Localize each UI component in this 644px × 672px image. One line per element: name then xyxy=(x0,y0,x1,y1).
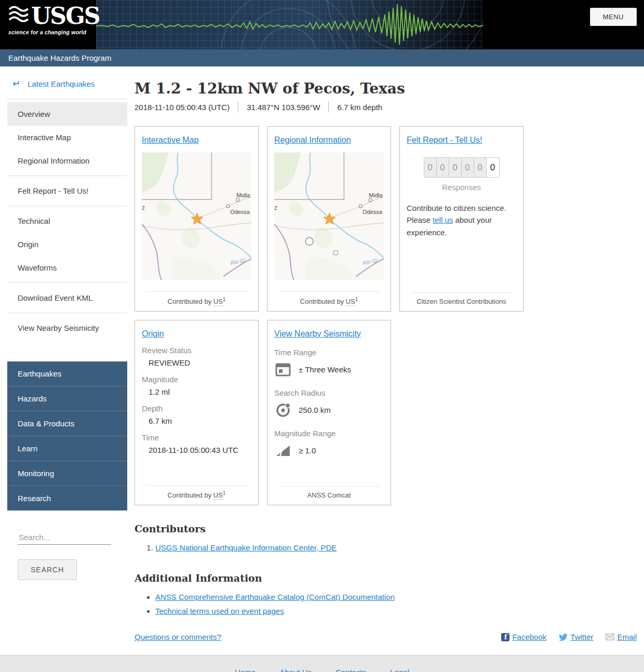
nav-item-earthquakes[interactable]: Earthquakes xyxy=(7,361,127,386)
usgs-wave-icon xyxy=(8,4,29,27)
facebook-link[interactable]: Facebook xyxy=(512,633,546,641)
event-subtitle: 2018-11-10 05:00:43 (UTC) 31.487°N 103.5… xyxy=(135,101,637,113)
sidebar-item-download-kml[interactable]: Download Event KML xyxy=(7,286,127,310)
nav-item-data-products[interactable]: Data & Products xyxy=(7,411,127,436)
event-coordinates: 31.487°N 103.596°W xyxy=(247,103,320,112)
nearby-quake-marker-small xyxy=(333,251,338,255)
contributor-link[interactable]: US xyxy=(213,298,223,306)
contributors-list: USGS National Earthquake Information Cen… xyxy=(135,541,637,555)
main-content: M 1.2 - 12km NW of Pecos, Texas 2018-11-… xyxy=(127,66,637,655)
search-input[interactable] xyxy=(18,530,111,545)
sidebar: ↵ Latest Earthquakes Overview Interactiv… xyxy=(7,66,127,655)
odometer-digit: 0 xyxy=(424,158,437,177)
origin-field-time: Time 2018-11-10 05:00:43 UTC xyxy=(142,433,251,454)
sidebar-item-waveforms[interactable]: Waveforms xyxy=(7,256,127,279)
seismogram-graphic xyxy=(96,0,483,49)
contributor-link[interactable]: US xyxy=(213,491,223,500)
email-share[interactable]: Email xyxy=(606,633,637,641)
page-title: M 1.2 - 12km NW of Pecos, Texas xyxy=(135,80,637,97)
back-link[interactable]: ↵ Latest Earthquakes xyxy=(7,66,127,99)
nearby-seismicity-card: View Nearby Seismicity Time Range ± Thre… xyxy=(267,320,391,505)
time-range-row: ± Three Weeks xyxy=(275,361,384,377)
odometer-digit: 0 xyxy=(449,158,462,177)
comcat-docs-link[interactable]: ANSS Comprehensive Earthquake Catalog (C… xyxy=(155,593,395,601)
sidebar-item-view-nearby-seismicity[interactable]: View Nearby Seismicity xyxy=(7,316,127,340)
email-icon xyxy=(606,634,614,640)
search-button[interactable]: SEARCH xyxy=(18,559,77,580)
program-bar[interactable]: Earthquake Hazards Program xyxy=(0,49,644,66)
card-attribution: Contributed by US1 xyxy=(278,291,379,305)
regional-map-thumbnail[interactable] xyxy=(274,152,384,280)
usgs-logo[interactable]: USGS science for a changing world xyxy=(0,0,96,49)
nav-item-learn[interactable]: Learn xyxy=(7,436,127,461)
social-links: f Facebook Twitter Email xyxy=(501,633,637,641)
footnote-marker: 1 xyxy=(223,490,226,496)
footer-link-about-us[interactable]: About Us xyxy=(279,668,312,672)
footer-link-home[interactable]: Home xyxy=(235,668,256,672)
menu-button[interactable]: MENU xyxy=(590,8,637,26)
content-area: ↵ Latest Earthquakes Overview Interactiv… xyxy=(0,66,644,655)
technical-terms-link[interactable]: Technical terms used on event pages xyxy=(155,607,284,615)
facebook-share[interactable]: f Facebook xyxy=(501,633,546,641)
usgs-logotype: USGS xyxy=(31,5,100,27)
origin-field-review-status: Review Status REVIEWED xyxy=(142,346,251,367)
twitter-share[interactable]: Twitter xyxy=(559,633,593,641)
sidebar-item-regional-information[interactable]: Regional Information xyxy=(7,149,127,172)
contributor-neic-link[interactable]: USGS National Earthquake Information Cen… xyxy=(155,543,337,552)
magnitude-icon xyxy=(275,442,291,458)
list-item: USGS National Earthquake Information Cen… xyxy=(155,541,637,555)
radius-icon xyxy=(275,402,291,418)
usgs-tagline: science for a changing world xyxy=(8,29,90,35)
felt-report-link[interactable]: Felt Report - Tell Us! xyxy=(407,136,482,144)
contributor-link[interactable]: US xyxy=(346,298,355,306)
sidebar-item-origin[interactable]: Origin xyxy=(7,233,127,256)
sidebar-item-technical[interactable]: Technical xyxy=(7,209,127,233)
additional-info-list: ANSS Comprehensive Earthquake Catalog (C… xyxy=(135,590,637,618)
odometer-digit: 0 xyxy=(487,158,499,177)
list-item: Technical terms used on event pages xyxy=(155,604,637,618)
view-nearby-seismicity-link[interactable]: View Nearby Seismicity xyxy=(274,329,361,338)
interactive-map-thumbnail[interactable]: Midla Odessa z Rio Gr xyxy=(142,152,251,280)
facebook-icon: f xyxy=(501,633,509,641)
footer-link-legal[interactable]: Legal xyxy=(390,668,409,672)
site-nav: Earthquakes Hazards Data & Products Lear… xyxy=(7,361,127,510)
interactive-map-link[interactable]: Interactive Map xyxy=(142,136,198,144)
list-item: ANSS Comprehensive Earthquake Catalog (C… xyxy=(155,590,637,604)
footnote-marker: 1 xyxy=(223,297,226,302)
card-attribution: Contributed by US1 xyxy=(146,291,247,305)
sidebar-item-felt-report[interactable]: Felt Report - Tell Us! xyxy=(7,179,127,203)
regional-information-link[interactable]: Regional Information xyxy=(274,136,351,144)
additional-info-heading: Additional Information xyxy=(135,572,637,584)
subtitle-divider xyxy=(238,101,238,113)
nav-item-hazards[interactable]: Hazards xyxy=(7,386,127,411)
felt-report-text: Contribute to citizen science. Please te… xyxy=(407,202,516,238)
nav-item-research[interactable]: Research xyxy=(7,486,127,510)
page-footer: Home About Us Contacts Legal xyxy=(0,655,644,672)
odometer-digit: 0 xyxy=(437,158,449,177)
felt-report-card: Felt Report - Tell Us! 0 0 0 0 0 0 Respo… xyxy=(399,126,524,312)
twitter-link[interactable]: Twitter xyxy=(570,633,593,641)
questions-comments-link[interactable]: Questions or comments? xyxy=(135,633,221,641)
odometer-digit: 0 xyxy=(462,158,474,177)
cards-grid: Interactive Map xyxy=(135,126,637,505)
latest-earthquakes-link[interactable]: Latest Earthquakes xyxy=(28,79,95,88)
nearby-quake-marker xyxy=(305,237,313,245)
calendar-icon xyxy=(275,361,291,377)
magnitude-range-row: ≥ 1.0 xyxy=(275,442,384,458)
tell-us-link[interactable]: tell us xyxy=(433,216,453,224)
event-page-nav: Overview Interactive Map Regional Inform… xyxy=(7,99,127,343)
email-link[interactable]: Email xyxy=(617,633,637,641)
seismogram-banner xyxy=(96,0,483,49)
contributors-heading: Contributors xyxy=(135,523,637,534)
nav-item-monitoring[interactable]: Monitoring xyxy=(7,461,127,486)
sidebar-item-interactive-map[interactable]: Interactive Map xyxy=(7,126,127,149)
origin-link[interactable]: Origin xyxy=(142,329,164,338)
odometer-digit: 0 xyxy=(474,158,487,177)
footer-link-contacts[interactable]: Contacts xyxy=(336,668,366,672)
event-depth: 6.7 km depth xyxy=(337,103,382,112)
responses-label: Responses xyxy=(407,183,516,192)
subtitle-divider xyxy=(328,101,329,113)
sidebar-item-overview[interactable]: Overview xyxy=(7,102,127,126)
site-header: USGS science for a changing world MENU xyxy=(0,0,644,49)
twitter-icon xyxy=(559,634,568,641)
